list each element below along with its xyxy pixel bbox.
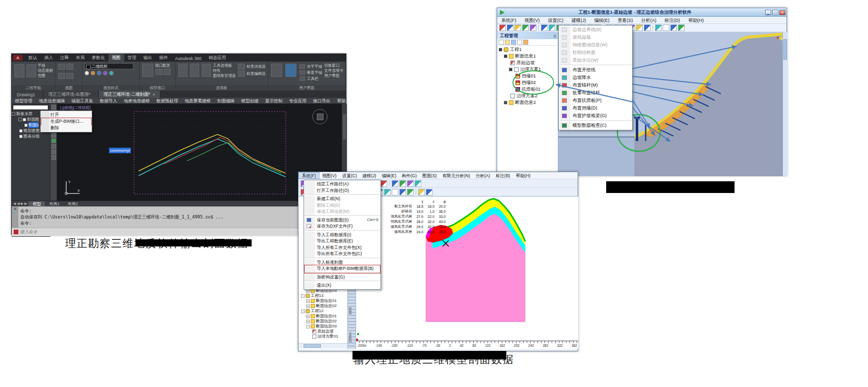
- dropdown-menu-item[interactable]: 坡线超载: [559, 34, 632, 41]
- system-menu-item[interactable]: 保存为DXF文件(F): [305, 223, 380, 231]
- app-menu-item[interactable]: 帮助: [334, 98, 349, 103]
- menu-item[interactable]: 查看(S): [614, 17, 637, 23]
- checkbox[interactable]: [19, 129, 22, 132]
- checkbox[interactable]: [24, 124, 28, 127]
- tile-vertical-button[interactable]: 垂直平铺: [299, 70, 322, 75]
- zoom-extents-button[interactable]: [14, 64, 24, 77]
- system-menu-item[interactable]: 加密狗设置(G): [305, 274, 380, 282]
- file-tabs-label[interactable]: 文件选项卡: [324, 68, 344, 73]
- ribbon-tab[interactable]: 默认: [25, 54, 41, 62]
- checkbox[interactable]: [23, 118, 26, 121]
- toolbar-icon[interactable]: [636, 24, 643, 31]
- minimize-button[interactable]: ▁: [765, 10, 771, 15]
- orbit-button[interactable]: [26, 64, 37, 77]
- app-menu-item[interactable]: 地表地形建模: [121, 98, 153, 103]
- system-menu-item[interactable]: 导入标准剖面: [305, 259, 380, 266]
- system-menu-item[interactable]: 导出工程数据库(E): [305, 238, 380, 244]
- document-tab[interactable]: Drawing1: [12, 91, 43, 98]
- tool-icon[interactable]: [51, 139, 56, 143]
- layout-tab[interactable]: 布局2: [64, 201, 82, 207]
- expand-icon[interactable]: +: [306, 305, 310, 308]
- viewport-control-label[interactable]: [-][俯视][二维线框]: [60, 105, 91, 110]
- expand-icon[interactable]: -: [18, 118, 22, 121]
- swatch-icon[interactable]: [85, 71, 89, 75]
- zoom-icon[interactable]: [655, 24, 662, 31]
- menu-item[interactable]: 视图(V): [521, 17, 544, 23]
- menu-item[interactable]: 系统(F): [497, 17, 521, 23]
- viewport-config-button[interactable]: [142, 64, 153, 77]
- app-menu-item[interactable]: 数据预处理: [153, 98, 182, 103]
- visual-style-dropdown[interactable]: 二维线框: [85, 63, 133, 69]
- ribbon-tab[interactable]: 输出: [140, 54, 156, 62]
- zoom-out-icon[interactable]: [384, 189, 391, 196]
- expand-icon[interactable]: +: [306, 299, 310, 303]
- system-menu-item[interactable]: 指定工作路径(A): [305, 181, 380, 187]
- ribbon-tab[interactable]: 插件: [156, 54, 172, 62]
- menu-item[interactable]: 建模(J): [360, 172, 379, 179]
- menu-item[interactable]: 有限元分析(N): [440, 172, 473, 179]
- command-input-row[interactable]: 键入命令: [12, 228, 346, 236]
- system-menu-item[interactable]: 退出(X): [305, 282, 380, 289]
- system-menu-item[interactable]: 导出所有工作文件包(C): [305, 251, 380, 258]
- switch-window-label[interactable]: 切换窗口: [324, 63, 344, 68]
- system-menu-item[interactable]: Ctrl+S保存当前图面(S): [305, 217, 380, 224]
- viewport-join-button[interactable]: [155, 69, 162, 75]
- toolbar-icon[interactable]: [407, 180, 414, 187]
- menu-item[interactable]: 建模(J): [567, 17, 590, 23]
- folder-icon[interactable]: [505, 40, 510, 45]
- toolbar-icon[interactable]: [381, 180, 387, 187]
- menu-item[interactable]: 标注(D): [661, 17, 685, 23]
- context-menu-item[interactable]: 生成P-BIM接口...: [41, 118, 91, 125]
- expand-icon[interactable]: -: [301, 310, 305, 313]
- tree-item[interactable]: +断面信息2: [497, 99, 558, 106]
- system-menu-item[interactable]: 导入工程数据库(I): [305, 232, 380, 238]
- tab-nav-arrows[interactable]: ◀ ◀ ▶ ▶: [12, 202, 29, 206]
- dropdown-menu-item[interactable]: 批量布置锚杆: [559, 89, 632, 97]
- command-panel-grip[interactable]: ✕🔧: [12, 207, 18, 228]
- toolbar-icon[interactable]: [415, 180, 421, 187]
- tree-item[interactable]: +断面信息01: [300, 314, 348, 319]
- dropdown-menu-item[interactable]: 布置锚杆(M): [559, 81, 632, 89]
- zoom-out-icon[interactable]: [663, 24, 669, 31]
- tree-item[interactable]: -断面信息1: [497, 53, 558, 60]
- app-logo[interactable]: A: [13, 55, 22, 61]
- menu-item[interactable]: 编辑(E): [379, 172, 399, 179]
- toolbar-icon[interactable]: [507, 24, 513, 31]
- menu-item[interactable]: 视图(V): [319, 172, 339, 179]
- material-browser-label[interactable]: 材质浏览器: [247, 64, 266, 69]
- tree-item[interactable]: -工程13: [300, 293, 348, 298]
- pan-icon[interactable]: [392, 189, 398, 196]
- menu-item[interactable]: 分析(A): [637, 17, 661, 23]
- maximize-button[interactable]: □: [772, 10, 778, 15]
- expand-icon[interactable]: -: [499, 48, 502, 51]
- checkbox[interactable]: [19, 135, 22, 138]
- ribbon-tab[interactable]: 参数化: [88, 54, 108, 62]
- toolbar-icon[interactable]: [499, 24, 506, 31]
- expand-icon[interactable]: +: [306, 289, 310, 293]
- expand-icon[interactable]: -: [12, 112, 15, 116]
- view-list-button[interactable]: [58, 64, 65, 70]
- tree-item[interactable]: 治理方案01: [300, 334, 348, 339]
- system-menu-item[interactable]: 修改工程信息(M): [305, 208, 380, 216]
- toolbar-icon[interactable]: [399, 189, 406, 196]
- expand-icon[interactable]: -: [306, 325, 310, 328]
- app-menu-item[interactable]: 模型管理: [12, 98, 36, 103]
- layout-tab[interactable]: 布局1: [45, 201, 63, 207]
- search-input[interactable]: [13, 105, 48, 110]
- toolbar-icon[interactable]: [399, 180, 406, 187]
- title-bar[interactable]: 工程1-断面信息1-原始边坡 - 理正边坡综合治理分析软件 ▁ □ ✕: [497, 8, 786, 17]
- close-icon[interactable]: ×: [153, 92, 155, 97]
- swatch-icon[interactable]: [103, 71, 107, 75]
- tool-icon[interactable]: [51, 155, 56, 160]
- properties-label[interactable]: 特性: [213, 68, 236, 73]
- tree-item[interactable]: -工程1: [497, 46, 558, 53]
- ribbon-tab[interactable]: 插入: [41, 54, 57, 62]
- app-menu-item[interactable]: 辅助工具集: [68, 98, 97, 103]
- toolbar-icon[interactable]: [418, 189, 425, 196]
- switch-window-button[interactable]: [271, 64, 282, 77]
- ribbon-tab[interactable]: 注释: [57, 54, 72, 62]
- delete-icon[interactable]: [517, 40, 522, 45]
- orbit-label[interactable]: 动态观察: [38, 68, 53, 73]
- ui-label[interactable]: 用户界面: [324, 73, 344, 78]
- menu-item[interactable]: 设置(C): [544, 17, 568, 23]
